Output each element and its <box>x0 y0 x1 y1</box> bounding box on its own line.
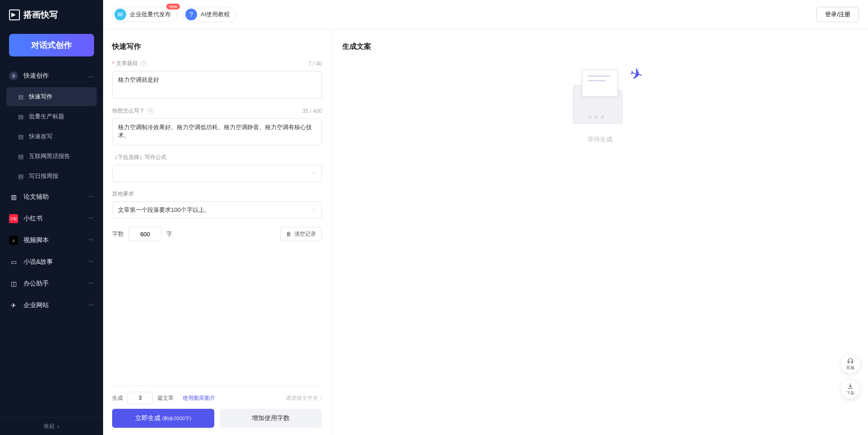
logo-icon <box>9 9 20 20</box>
chevron-left-icon: ‹ <box>57 423 59 430</box>
customer-service-button[interactable]: 客服 <box>841 355 860 374</box>
words-label: 字数 <box>112 230 124 238</box>
chevron-down-icon: ﹀ <box>311 170 316 177</box>
how-input[interactable] <box>112 118 322 145</box>
empty-illustration: ✈ <box>566 70 634 128</box>
download-button[interactable]: 下载 <box>841 380 860 399</box>
doc-icon: ▤ <box>17 93 24 100</box>
other-select[interactable]: 文章第一个段落要求100个字以上。 ﹀ <box>112 201 322 219</box>
how-counter: 35 / 400 <box>302 108 322 114</box>
nav-item-label: 批量生产标题 <box>29 112 64 121</box>
topic-counter: 7 / 40 <box>308 61 322 67</box>
nav-group-header-novel[interactable]: ▭ 小说&故事 ﹀ <box>4 252 99 272</box>
words-input[interactable] <box>128 227 162 241</box>
clear-records-button[interactable]: 🗑 清空记录 <box>280 227 322 241</box>
add-words-button[interactable]: 增加使用字数 <box>220 409 322 428</box>
doc-icon: ▤ <box>17 113 24 120</box>
topic-label-row: * 文章题目 ? 7 / 40 <box>112 60 322 67</box>
how-label-row: 你想怎么写？ ? 35 / 400 <box>112 107 322 115</box>
nav-group-label: 视频脚本 <box>24 236 49 244</box>
download-icon <box>847 383 854 390</box>
nav-group-quick: ♕ 快速创作 ︿ ▤ 快速写作 ▤ 批量生产标题 ▤ 快速改写 <box>4 65 99 186</box>
empty-text: 等待生成 <box>587 136 613 144</box>
headset-icon <box>847 357 854 365</box>
book-icon: ▭ <box>9 257 18 267</box>
collapse-sidebar-button[interactable]: 收起 ‹ <box>0 417 103 435</box>
trash-icon: 🗑 <box>286 231 292 237</box>
nav-group-label: 小红书 <box>24 215 42 223</box>
pill-label: 企业批量代发布 <box>130 10 171 19</box>
nav-item-quick-write[interactable]: ▤ 快速写作 <box>6 87 97 106</box>
empty-state: ✈ 等待生成 <box>342 70 857 144</box>
help-icon[interactable]: ? <box>147 108 154 114</box>
ai-tutorial-button[interactable]: ? AI使用教程 <box>183 7 236 22</box>
nav-group-label: 小说&故事 <box>24 258 53 266</box>
nav-item-daily-report[interactable]: ▤ 写日报周报 <box>6 167 97 186</box>
nav-group-header-quick[interactable]: ♕ 快速创作 ︿ <box>4 65 99 86</box>
content: 快速写作 * 文章题目 ? 7 / 40 你想怎么写？ ? 35 / 400 <box>103 29 868 435</box>
sidebar-nav: ♕ 快速创作 ︿ ▤ 快速写作 ▤ 批量生产标题 ▤ 快速改写 <box>0 61 103 417</box>
other-value: 文章第一个段落要求100个字以上。 <box>118 206 210 214</box>
nav-group-red: 小红 小红书 ﹀ <box>4 208 99 229</box>
login-button[interactable]: 登录/注册 <box>816 7 859 22</box>
formula-select[interactable]: ﹀ <box>112 165 322 182</box>
chat-create-button[interactable]: 对话式创作 <box>9 34 94 56</box>
topic-input[interactable] <box>112 71 322 99</box>
floating-buttons: 客服 下载 <box>841 355 860 399</box>
chevron-down-icon: ﹀ <box>89 237 94 244</box>
gen-label: 生成 <box>112 394 123 402</box>
chevron-up-icon: ︿ <box>89 72 94 80</box>
generate-options-row: 生成 篇文章 使用图库图片 请选择文件夹 › <box>112 386 322 404</box>
xiaohongshu-icon: 小红 <box>9 214 18 223</box>
new-badge: new <box>166 4 180 9</box>
use-image-link[interactable]: 使用图库图片 <box>183 394 215 402</box>
nav-item-label: 快速写作 <box>29 93 52 101</box>
enterprise-publish-button[interactable]: ✉ 企业批量代发布 new <box>112 7 178 22</box>
sidebar: 搭画快写 对话式创作 ♕ 快速创作 ︿ ▤ 快速写作 ▤ 批量生产 <box>0 0 103 435</box>
nav-item-rewrite[interactable]: ▤ 快速改写 <box>6 127 97 146</box>
chat-icon: ✉ <box>114 9 126 20</box>
other-label: 其他要求 <box>112 190 134 198</box>
help-icon[interactable]: ? <box>141 61 147 67</box>
nav-group-novel: ▭ 小说&故事 ﹀ <box>4 252 99 272</box>
folder-label: 请选择文件夹 <box>286 394 318 402</box>
words-unit: 字 <box>166 230 172 238</box>
main: ✉ 企业批量代发布 new ? AI使用教程 登录/注册 快速写作 * 文章题目… <box>103 0 868 435</box>
clear-label: 清空记录 <box>294 230 316 238</box>
nav-group-header-video[interactable]: ♪ 视频脚本 ﹀ <box>4 230 99 251</box>
gen-count-input[interactable] <box>127 392 153 404</box>
select-folder-button[interactable]: 请选择文件夹 › <box>286 394 322 402</box>
how-label: 你想怎么写？ <box>112 107 145 115</box>
generate-button[interactable]: 立即生成 (剩余2000字) <box>112 409 214 428</box>
chart-icon: ◫ <box>9 279 18 288</box>
nav-group-header-website[interactable]: ✈ 企业网站 ﹀ <box>4 295 99 316</box>
logo-text: 搭画快写 <box>24 9 58 21</box>
nav-group-header-office[interactable]: ◫ 办公助手 ﹀ <box>4 273 99 294</box>
doc-icon: ▤ <box>17 153 24 160</box>
nav-item-batch-title[interactable]: ▤ 批量生产标题 <box>6 107 97 126</box>
nav-group-header-thesis[interactable]: ▥ 论文辅助 ﹀ <box>4 187 99 207</box>
form-panel: 快速写作 * 文章题目 ? 7 / 40 你想怎么写？ ? 35 / 400 <box>103 29 331 435</box>
nav-group-website: ✈ 企业网站 ﹀ <box>4 295 99 316</box>
form-title: 快速写作 <box>112 42 322 51</box>
generate-sub: (剩余2000字) <box>162 415 192 422</box>
chevron-down-icon: ﹀ <box>311 207 316 213</box>
nav-group-video: ♪ 视频脚本 ﹀ <box>4 230 99 251</box>
chevron-down-icon: ﹀ <box>89 302 94 309</box>
action-row: 立即生成 (剩余2000字) 增加使用字数 <box>112 409 322 428</box>
nav-group-header-red[interactable]: 小红 小红书 ﹀ <box>4 208 99 229</box>
thesis-icon: ▥ <box>9 192 18 201</box>
float-label: 下载 <box>846 390 854 396</box>
globe-icon: ✈ <box>9 301 18 310</box>
word-count-row: 字数 字 🗑 清空记录 <box>112 227 322 241</box>
nav-item-jargon-report[interactable]: ▤ 互联网黑话报告 <box>6 147 97 166</box>
chevron-down-icon: ﹀ <box>89 258 94 266</box>
formula-label-row: （下拉选择）写作公式 <box>112 154 322 161</box>
pill-label: AI使用教程 <box>201 10 230 19</box>
doc-icon: ▤ <box>17 133 24 140</box>
output-title: 生成文案 <box>342 42 857 51</box>
chevron-down-icon: ﹀ <box>89 215 94 223</box>
chevron-right-icon: › <box>320 395 322 401</box>
formula-label: （下拉选择）写作公式 <box>112 154 166 161</box>
logo[interactable]: 搭画快写 <box>0 0 103 29</box>
